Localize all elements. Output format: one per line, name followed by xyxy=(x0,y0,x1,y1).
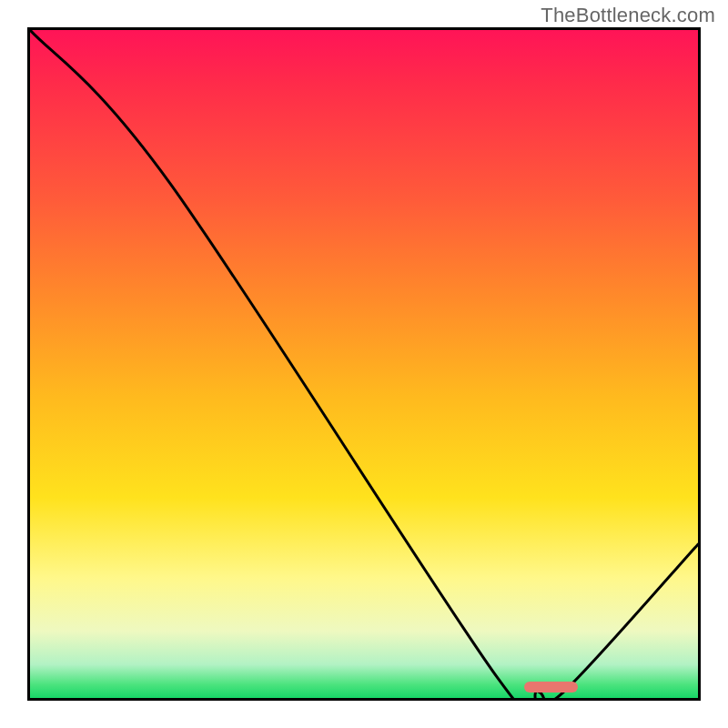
watermark-text: TheBottleneck.com xyxy=(541,4,715,27)
optimum-marker xyxy=(524,682,578,693)
curve-path xyxy=(30,30,698,698)
plot-frame xyxy=(27,27,701,701)
chart-container: TheBottleneck.com xyxy=(0,0,728,728)
bottleneck-curve xyxy=(30,30,698,698)
